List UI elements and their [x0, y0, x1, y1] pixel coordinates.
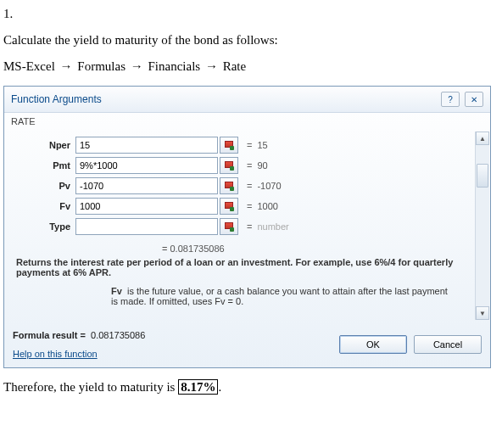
range-selector-button[interactable]: [220, 218, 238, 235]
function-name: RATE: [4, 113, 490, 128]
arg-input-fv[interactable]: [75, 198, 218, 215]
argument-help: Fv is the future value, or a cash balanc…: [9, 283, 470, 315]
arg-row-pv: Pv = -1070: [21, 177, 466, 194]
range-selector-icon: [224, 221, 234, 232]
arg-result: 1000: [257, 201, 277, 211]
arg-row-nper: Nper = 15: [21, 137, 466, 154]
vertical-scrollbar[interactable]: ▲ ▼: [475, 132, 489, 320]
conclusion-prefix: Therefore, the yield to maturity is: [3, 380, 178, 394]
range-selector-button[interactable]: [220, 198, 238, 215]
arg-input-type[interactable]: [75, 218, 218, 235]
arg-input-pv[interactable]: [75, 177, 218, 194]
arguments-list: Nper = 15 Pmt = 90 Pv =: [9, 133, 470, 242]
conclusion: Therefore, the yield to maturity is 8.17…: [3, 380, 499, 395]
question-instruction: Calculate the yield to maturity of the b…: [3, 33, 499, 48]
dialog-title-text: Function Arguments: [11, 93, 102, 105]
cancel-button[interactable]: Cancel: [414, 335, 482, 354]
help-button[interactable]: ?: [441, 92, 460, 107]
formula-result-label: Formula result =: [13, 330, 86, 340]
arg-help-text: is the future value, or a cash balance y…: [111, 286, 448, 306]
equals-icon: =: [247, 181, 252, 191]
scroll-track[interactable]: [476, 145, 489, 306]
arg-row-pmt: Pmt = 90: [21, 157, 466, 174]
range-selector-button[interactable]: [220, 157, 238, 174]
scroll-thumb[interactable]: [477, 164, 488, 188]
overall-result: = 0.081735086: [9, 242, 470, 255]
question-number: 1.: [3, 7, 499, 21]
crumb: Formulas: [77, 59, 126, 73]
ok-button[interactable]: OK: [339, 335, 407, 354]
conclusion-suffix: .: [218, 380, 221, 394]
scroll-up-button[interactable]: ▲: [476, 132, 489, 145]
arg-label: Pmt: [21, 160, 75, 171]
range-selector-icon: [224, 140, 234, 150]
equals-icon: =: [247, 160, 252, 171]
formula-result: Formula result = 0.081735086: [13, 330, 145, 340]
arg-help-label: Fv: [111, 286, 122, 296]
dialog-titlebar: Function Arguments ? ✕: [4, 87, 490, 113]
scroll-down-button[interactable]: ▼: [476, 306, 489, 320]
arg-result: number: [257, 221, 288, 232]
arg-label: Nper: [21, 140, 75, 150]
function-description: Returns the interest rate per period of …: [9, 255, 470, 283]
arg-label: Type: [21, 221, 75, 232]
equals-icon: =: [247, 140, 252, 150]
breadcrumb: MS-Excel → Formulas → Financials → Rate: [3, 59, 499, 74]
arg-row-fv: Fv = 1000: [21, 198, 466, 215]
range-selector-icon: [224, 181, 234, 191]
equals-icon: =: [247, 221, 252, 232]
arg-label: Pv: [21, 181, 75, 191]
help-link[interactable]: Help on this function: [13, 349, 145, 359]
close-button[interactable]: ✕: [465, 92, 483, 107]
crumb: Financials: [148, 59, 201, 73]
arrow-icon: →: [60, 59, 73, 73]
arg-row-type: Type = number: [21, 218, 466, 235]
arg-result: -1070: [257, 181, 281, 191]
equals-icon: =: [247, 201, 252, 211]
conclusion-value: 8.17%: [178, 379, 218, 395]
function-arguments-dialog: Function Arguments ? ✕ RATE Nper = 15 Pm…: [3, 86, 491, 368]
arg-label: Fv: [21, 201, 75, 211]
crumb: MS-Excel: [3, 59, 55, 73]
range-selector-button[interactable]: [220, 177, 238, 194]
arrow-icon: →: [205, 59, 218, 73]
crumb: Rate: [223, 59, 247, 73]
range-selector-button[interactable]: [220, 137, 238, 154]
arg-result: 15: [257, 140, 267, 150]
range-selector-icon: [224, 201, 234, 211]
arg-input-nper[interactable]: [75, 137, 218, 154]
range-selector-icon: [224, 160, 234, 171]
arrow-icon: →: [131, 59, 143, 73]
arg-result: 90: [257, 160, 267, 171]
formula-result-value: 0.081735086: [91, 330, 145, 340]
arg-input-pmt[interactable]: [75, 157, 218, 174]
